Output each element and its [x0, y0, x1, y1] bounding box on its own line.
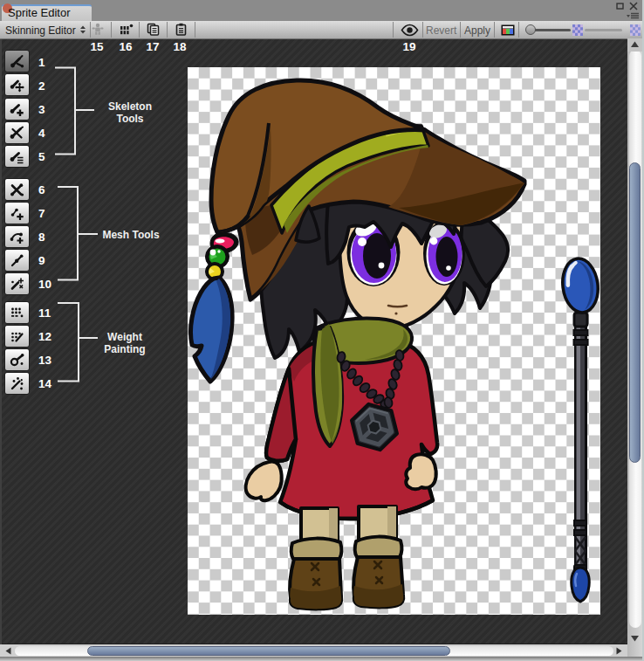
svg-text:8: 8 — [38, 231, 45, 244]
svg-text:2: 2 — [38, 79, 45, 93]
svg-text:1: 1 — [38, 56, 45, 69]
svg-text:Weight: Weight — [107, 331, 142, 343]
svg-text:Skeleton: Skeleton — [108, 100, 152, 113]
svg-text:9: 9 — [38, 254, 45, 267]
svg-text:Tools: Tools — [116, 113, 143, 125]
svg-text:Mesh Tools: Mesh Tools — [102, 229, 159, 241]
svg-text:11: 11 — [38, 306, 51, 320]
svg-text:7: 7 — [38, 207, 45, 220]
svg-text:13: 13 — [38, 354, 52, 367]
svg-text:4: 4 — [38, 127, 45, 140]
svg-text:5: 5 — [38, 150, 45, 163]
svg-text:14: 14 — [38, 377, 52, 390]
svg-text:3: 3 — [38, 103, 45, 116]
svg-text:12: 12 — [38, 330, 51, 343]
svg-text:6: 6 — [38, 183, 45, 196]
svg-text:10: 10 — [38, 278, 51, 291]
svg-text:Painting: Painting — [104, 343, 145, 355]
